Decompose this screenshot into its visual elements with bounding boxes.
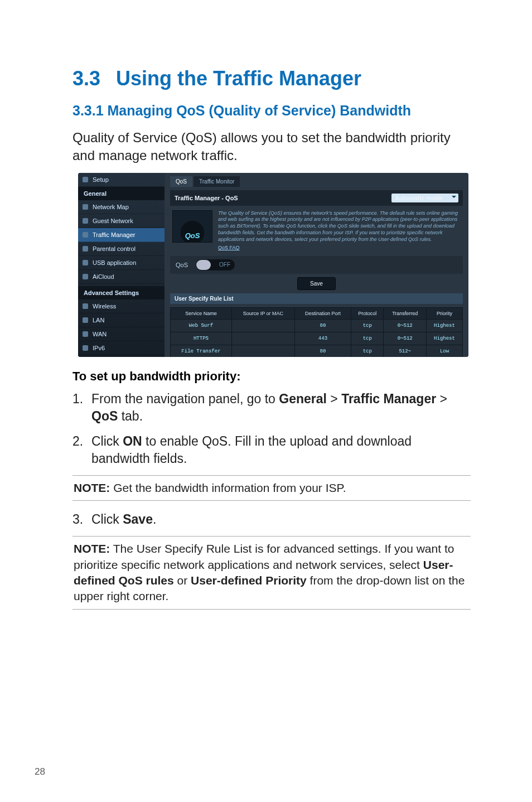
- sidebar-item-network-map[interactable]: Network Map: [78, 200, 165, 214]
- col-source: Source IP or MAC: [231, 307, 294, 319]
- router-screenshot: Setup General Network Map Guest Network …: [78, 173, 468, 357]
- rule-table: Service Name Source IP or MAC Destinatio…: [170, 307, 463, 357]
- col-priority: Priority: [427, 307, 463, 319]
- table-row: HTTPS 443 tcp 0~512 Highest: [171, 332, 463, 345]
- col-protocol: Protocol: [351, 307, 384, 319]
- save-button[interactable]: Save: [297, 277, 336, 290]
- qos-description: The Quality of Service (QoS) ensures the…: [218, 210, 461, 252]
- steps-list: From the navigation panel, go to General…: [72, 390, 471, 467]
- section-heading: 3.3Using the Traffic Manager: [72, 67, 471, 90]
- sidebar-item-lan[interactable]: LAN: [78, 313, 165, 327]
- router-sidebar: Setup General Network Map Guest Network …: [78, 173, 165, 357]
- router-main-panel: QoS Traffic Monitor Traffic Manager - Qo…: [165, 173, 468, 357]
- sidebar-item-usb-application[interactable]: USB application: [78, 256, 165, 270]
- sidebar-item-wireless[interactable]: Wireless: [78, 299, 165, 313]
- col-transferred: Transferred: [384, 307, 427, 319]
- section-number: 3.3: [72, 67, 100, 90]
- qos-toggle-label: QoS: [176, 262, 188, 268]
- note-rule-list: NOTE: The User Specify Rule List is for …: [72, 536, 471, 609]
- qos-gauge-icon: [172, 210, 212, 243]
- subsection-heading: 3.3.1 Managing QoS (Quality of Service) …: [72, 103, 471, 119]
- sidebar-item-vpn-server[interactable]: VPN Server: [78, 355, 165, 357]
- note-isp: NOTE: Get the bandwidth information from…: [72, 475, 471, 501]
- step-1: From the navigation panel, go to General…: [72, 390, 471, 425]
- steps-list-cont: Click Save.: [72, 511, 471, 528]
- sidebar-item-aicloud[interactable]: AiCloud: [78, 270, 165, 284]
- mode-dropdown[interactable]: Automatic mode: [391, 194, 458, 202]
- table-row: Web Surf 80 tcp 0~512 Highest: [171, 319, 463, 332]
- qos-faq-link[interactable]: QoS FAQ: [218, 245, 461, 252]
- panel-title-bar: Traffic Manager - QoS Automatic mode: [170, 190, 463, 206]
- col-service-name: Service Name: [171, 307, 232, 319]
- sidebar-advanced-label: Advanced Settings: [78, 286, 165, 299]
- sidebar-item-wan[interactable]: WAN: [78, 327, 165, 341]
- sidebar-item-guest-network[interactable]: Guest Network: [78, 214, 165, 228]
- sidebar-item-ipv6[interactable]: IPv6: [78, 341, 165, 355]
- step-3: Click Save.: [72, 511, 471, 528]
- page-number: 28: [35, 766, 45, 777]
- sidebar-general-label: General: [78, 187, 165, 200]
- steps-heading: To set up bandwidth priority:: [72, 369, 471, 384]
- sidebar-item-setup[interactable]: Setup: [78, 173, 165, 187]
- col-dest-port: Destination Port: [294, 307, 351, 319]
- step-2: Click ON to enable QoS. Fill in the uplo…: [72, 433, 471, 467]
- table-row: File Transfer 80 tcp 512~ Low: [171, 345, 463, 356]
- panel-title: Traffic Manager - QoS: [175, 195, 238, 201]
- section-title-text: Using the Traffic Manager: [116, 67, 361, 90]
- rule-list-header: User Specify Rule List: [170, 293, 463, 304]
- intro-paragraph: Quality of Service (QoS) allows you to s…: [72, 129, 471, 165]
- sidebar-item-traffic-manager[interactable]: Traffic Manager: [78, 228, 165, 242]
- tab-traffic-monitor[interactable]: Traffic Monitor: [194, 176, 240, 187]
- sidebar-item-parental-control[interactable]: Parental control: [78, 242, 165, 256]
- tab-qos[interactable]: QoS: [170, 176, 192, 187]
- qos-toggle[interactable]: OFF: [196, 259, 235, 270]
